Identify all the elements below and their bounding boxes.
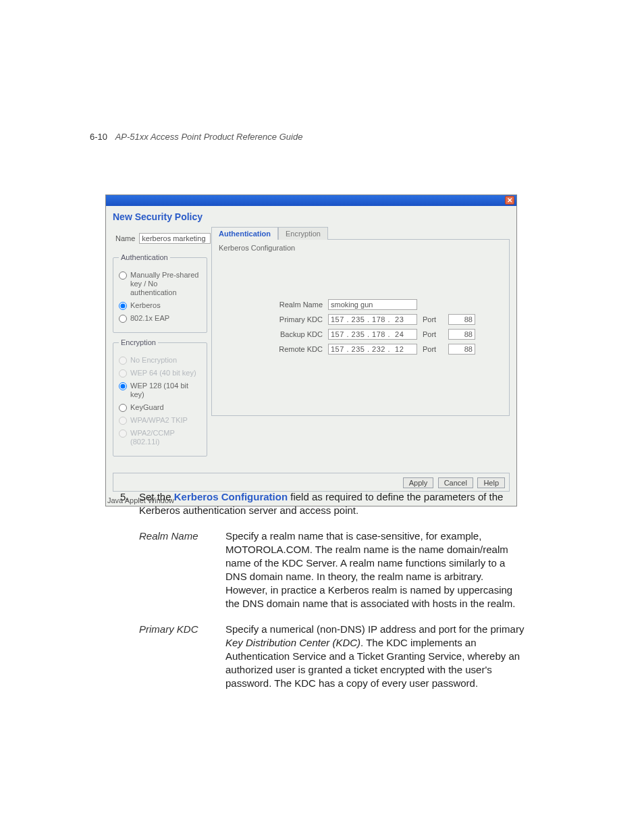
backup-port-input[interactable] [448,329,475,340]
auth-kerberos-label: Kerberos [130,301,161,310]
def-primary-term: Primary KDC [139,623,225,690]
enc-ccmp-row: WPA2/CCMP (802.11i) [119,429,203,446]
name-label: Name [115,234,135,242]
remote-kdc-ip-input[interactable] [328,344,417,355]
def-realm-name: Realm Name Specify a realm name that is … [139,529,525,610]
definitions: Realm Name Specify a realm name that is … [139,529,525,702]
footer-bar: Apply Cancel Help [113,473,510,492]
enc-wep64-row: WEP 64 (40 bit key) [119,369,203,377]
encryption-legend: Encryption [119,338,158,346]
right-column: Authentication Encryption Kerberos Confi… [211,226,510,462]
step-number: 5. [120,490,129,504]
tab-encryption[interactable]: Encryption [278,227,328,240]
def-primary-desc: Specify a numerical (non-DNS) IP address… [225,623,525,690]
enc-keyguard-radio[interactable] [119,404,127,412]
def-primary-kdc: Primary KDC Specify a numerical (non-DNS… [139,623,525,690]
def-realm-term: Realm Name [139,529,225,610]
auth-psk-radio[interactable] [119,271,127,280]
left-column: Name Authentication Manually Pre-shared … [113,226,207,462]
enc-tkip-label: WPA/WPA2 TKIP [130,416,188,425]
step-instruction: 5. Set the Kerberos Configuration field … [120,490,525,517]
help-button[interactable]: Help [477,477,505,488]
remote-port-input[interactable] [448,344,475,355]
primary-port-label: Port [423,315,443,323]
primary-port-input[interactable] [448,314,475,325]
kerberos-config-title: Kerberos Configuration [219,244,502,252]
apply-button[interactable]: Apply [403,477,434,488]
remote-port-label: Port [423,345,443,353]
tab-panel: Kerberos Configuration Realm Name Primar… [211,239,510,416]
enc-none-radio [119,357,127,365]
tabs: Authentication Encryption [211,226,510,239]
tab-authentication[interactable]: Authentication [211,227,278,240]
titlebar: ✕ [106,195,516,206]
auth-psk-row[interactable]: Manually Pre-shared key / No authenticat… [119,271,203,297]
encryption-fieldset: Encryption No Encryption WEP 64 (40 bit … [113,338,207,457]
auth-eap-radio[interactable] [119,315,127,323]
enc-ccmp-label: WPA2/CCMP (802.11i) [130,429,203,446]
backup-kdc-label: Backup KDC [270,330,323,338]
enc-wep128-radio[interactable] [119,382,127,390]
auth-kerberos-radio[interactable] [119,302,127,310]
enc-none-label: No Encryption [130,356,177,365]
backup-kdc-ip-input[interactable] [328,329,417,340]
auth-kerberos-row[interactable]: Kerberos [119,301,203,310]
realm-name-label: Realm Name [270,301,323,309]
primary-kdc-label: Primary KDC [270,315,323,323]
remote-kdc-label: Remote KDC [270,345,323,353]
window-title: New Security Policy [106,206,516,226]
enc-ccmp-radio [119,429,127,438]
authentication-fieldset: Authentication Manually Pre-shared key /… [113,253,207,333]
kerberos-config-grid: Realm Name Primary KDC Port Backup KDC P… [270,299,502,355]
enc-tkip-radio [119,417,127,425]
enc-none-row: No Encryption [119,356,203,365]
step-text-bold: Kerberos Configuration [174,491,288,502]
auth-eap-label: 802.1x EAP [130,314,169,323]
enc-wep64-radio [119,369,127,377]
auth-eap-row[interactable]: 802.1x EAP [119,314,203,323]
name-input[interactable] [139,233,211,244]
realm-name-input[interactable] [328,299,417,310]
auth-psk-label: Manually Pre-shared key / No authenticat… [130,271,203,297]
close-icon[interactable]: ✕ [505,196,514,205]
authentication-legend: Authentication [119,253,170,261]
def-realm-desc: Specify a realm name that is case-sensit… [225,529,525,610]
enc-wep64-label: WEP 64 (40 bit key) [130,369,196,377]
primary-kdc-ip-input[interactable] [328,314,417,325]
security-policy-window: ✕ New Security Policy Name Authenticatio… [105,194,517,506]
enc-tkip-row: WPA/WPA2 TKIP [119,416,203,425]
enc-wep128-row[interactable]: WEP 128 (104 bit key) [119,382,203,399]
page-number: 6-10 [90,132,107,142]
page-header: 6-10 AP-51xx Access Point Product Refere… [90,132,302,142]
enc-keyguard-row[interactable]: KeyGuard [119,403,203,412]
enc-keyguard-label: KeyGuard [130,403,164,412]
guide-title: AP-51xx Access Point Product Reference G… [115,132,303,142]
enc-wep128-label: WEP 128 (104 bit key) [130,382,203,399]
backup-port-label: Port [423,330,443,338]
cancel-button[interactable]: Cancel [438,477,473,488]
step-text-pre: Set the [139,491,174,502]
